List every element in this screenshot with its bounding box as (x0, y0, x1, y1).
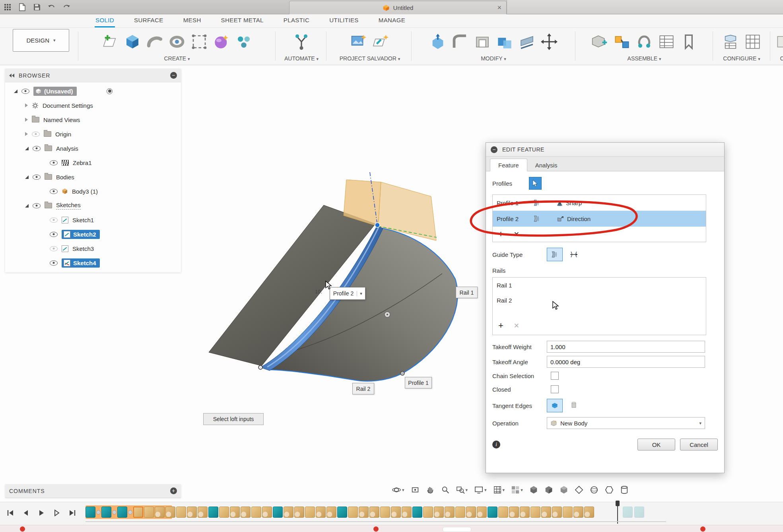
timeline-item-loft[interactable] (552, 507, 562, 518)
timeline-item-sketch[interactable] (623, 507, 633, 518)
group-overflow-label[interactable]: CO (780, 55, 783, 62)
configuration-table-icon[interactable] (722, 33, 739, 50)
tab-surface[interactable]: SURFACE (133, 14, 164, 27)
timeline-item-loft[interactable] (445, 507, 455, 518)
expand-comments-icon[interactable]: + (170, 487, 177, 494)
profile-row-1[interactable]: Profile 1 Sharp (493, 195, 706, 211)
profile2-flyout[interactable]: Profile 2 ▾ (330, 287, 365, 300)
play-button[interactable] (36, 508, 47, 518)
closed-checkbox[interactable] (551, 385, 559, 393)
tab-manage[interactable]: MANAGE (378, 14, 406, 27)
visibility-eye-icon[interactable] (50, 189, 58, 194)
timeline-item-plane[interactable] (348, 507, 358, 518)
shell-icon[interactable] (474, 33, 491, 50)
tab-plastic[interactable]: PLASTIC (283, 14, 310, 27)
timeline-item-loft[interactable] (198, 507, 208, 518)
cancel-button[interactable]: Cancel (680, 439, 718, 450)
move-icon[interactable] (540, 33, 558, 50)
visibility-eye-icon[interactable] (50, 160, 58, 165)
expander-icon[interactable] (25, 103, 28, 107)
timeline-item-plane[interactable] (498, 507, 508, 518)
timeline-item-loft[interactable] (391, 507, 401, 518)
timeline-item-sketch[interactable] (208, 507, 218, 518)
timeline-item-loft[interactable] (326, 507, 336, 518)
step-forward-button[interactable] (52, 508, 62, 518)
timeline-position-marker[interactable] (617, 503, 618, 524)
remove-rail-icon[interactable]: ✕ (514, 322, 519, 329)
tree-row-body3[interactable]: Body3 (1) (5, 184, 181, 198)
tree-row-root[interactable]: (Unsaved) (5, 84, 181, 98)
visibility-eye-icon[interactable] (50, 232, 58, 237)
combine-icon[interactable] (496, 33, 513, 50)
form-sphere-icon[interactable] (213, 33, 230, 50)
press-pull-icon[interactable] (429, 33, 447, 50)
timeline-item-sketch[interactable] (273, 507, 283, 518)
box-frame-icon[interactable] (190, 33, 208, 50)
active-document-radio[interactable] (107, 88, 113, 94)
timeline-item-point[interactable] (96, 510, 101, 515)
timeline-item-plane[interactable] (305, 507, 315, 518)
image-generate-icon[interactable] (350, 33, 367, 50)
tangent-edges-off-button[interactable] (566, 399, 582, 412)
extrude-icon[interactable] (124, 33, 141, 50)
workspace-selector[interactable]: DESIGN ▾ (13, 29, 69, 52)
guide-type-centerline-button[interactable] (566, 248, 582, 261)
tree-row-named-views[interactable]: Named Views (5, 113, 181, 127)
sphere-view-icon[interactable] (590, 485, 598, 494)
timeline-item-loft[interactable] (573, 507, 583, 518)
timeline-item-loft[interactable] (434, 507, 444, 518)
bom-table-icon[interactable] (658, 33, 675, 50)
visibility-eye-icon[interactable] (21, 89, 29, 94)
visibility-eye-icon[interactable] (50, 246, 58, 251)
fillet-icon[interactable] (451, 33, 469, 50)
timeline-item-plane[interactable] (176, 507, 186, 518)
tab-sheet-metal[interactable]: SHEET METAL (220, 14, 264, 27)
timeline-item-sketch[interactable] (117, 507, 127, 518)
iso-cube3-icon[interactable] (560, 485, 568, 494)
viewport-3d-model[interactable]: 10. (199, 167, 477, 390)
group-modify-label[interactable]: MODIFY (481, 55, 502, 62)
ok-button[interactable]: OK (637, 439, 675, 450)
tree-row-sketches[interactable]: Sketches (5, 198, 181, 213)
as-built-joint-icon[interactable] (635, 33, 653, 50)
tree-row-origin[interactable]: Origin (5, 127, 181, 141)
offset-face-icon[interactable] (518, 33, 536, 50)
timeline-item-plane[interactable] (423, 507, 433, 518)
takeoff-angle-input[interactable] (547, 356, 705, 368)
collapse-panel-icon[interactable]: − (170, 72, 177, 79)
collapse-left-icon[interactable] (9, 74, 15, 78)
tree-row-bodies[interactable]: Bodies (5, 170, 181, 184)
guide-type-rails-button[interactable] (547, 248, 563, 261)
timeline-item-loft[interactable] (541, 507, 551, 518)
look-at-icon[interactable] (411, 485, 420, 494)
timeline-item-loft[interactable] (155, 507, 165, 518)
timeline-item-loft[interactable] (262, 507, 272, 518)
tag-icon[interactable] (680, 33, 698, 50)
group-configure-label[interactable]: CONFIGURE (723, 55, 756, 62)
timeline-item-sketch[interactable] (337, 507, 347, 518)
add-profile-icon[interactable]: + (498, 230, 503, 239)
joint-icon[interactable] (613, 33, 631, 50)
dialog-tab-analysis[interactable]: Analysis (527, 159, 565, 171)
visibility-eye-icon[interactable] (33, 146, 41, 151)
close-tab-icon[interactable]: × (497, 4, 501, 12)
display-settings-icon[interactable]: ▾ (474, 485, 487, 494)
timeline-item-loft[interactable] (294, 507, 304, 518)
tree-row-zebra1[interactable]: Zebra1 (5, 155, 181, 170)
timeline-item-plane[interactable] (455, 507, 465, 518)
root-document-chip[interactable]: (Unsaved) (33, 87, 77, 96)
sweep-icon[interactable] (146, 33, 163, 50)
go-to-start-button[interactable] (5, 508, 16, 518)
app-grid-icon[interactable] (3, 3, 12, 12)
grid-settings-icon[interactable]: ▾ (493, 485, 505, 494)
timeline-item-plane[interactable] (530, 507, 540, 518)
tree-row-document-settings[interactable]: Document Settings (5, 98, 181, 113)
document-tab[interactable]: Untitled × (289, 1, 507, 14)
timeline-item-loft[interactable] (359, 507, 369, 518)
tree-row-sketch3[interactable]: Sketch3 (5, 241, 181, 256)
hexagon-view-icon[interactable] (605, 485, 614, 494)
dialog-tab-feature[interactable]: Feature (490, 159, 527, 171)
automate-tree-icon[interactable] (293, 33, 310, 50)
group-project-salvador-label[interactable]: PROJECT SALVADOR (340, 55, 396, 62)
save-icon[interactable] (33, 3, 41, 12)
